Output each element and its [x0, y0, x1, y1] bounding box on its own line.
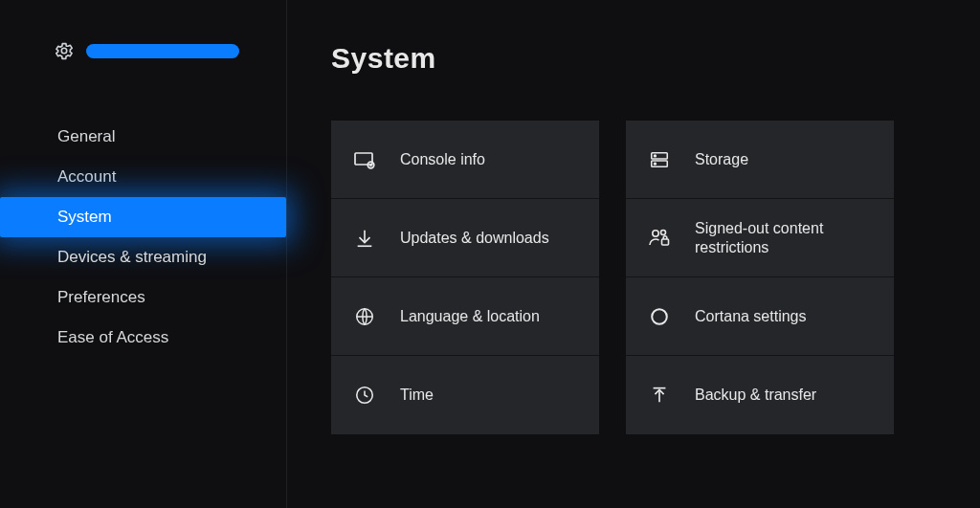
tile-cortana-settings[interactable]: Cortana settings	[626, 277, 894, 356]
main-panel: System Console info	[287, 0, 980, 508]
console-info-icon	[352, 147, 377, 172]
tile-updates-downloads[interactable]: Updates & downloads	[331, 199, 599, 277]
tile-label: Time	[400, 386, 434, 405]
sidebar-item-label: Ease of Access	[57, 328, 168, 347]
sidebar-item-label: Devices & streaming	[57, 248, 207, 267]
gear-icon	[54, 40, 75, 61]
tile-label: Cortana settings	[695, 307, 807, 326]
settings-title-placeholder	[86, 44, 239, 58]
tile-backup-transfer[interactable]: Backup & transfer	[626, 356, 894, 434]
svg-rect-11	[662, 239, 669, 245]
download-icon	[352, 226, 377, 251]
tile-label: Signed-out content restrictions	[695, 219, 858, 257]
sidebar-item-account[interactable]: Account	[0, 157, 286, 197]
svg-point-10	[661, 230, 666, 234]
sidebar-header	[0, 40, 286, 61]
sidebar-item-label: General	[57, 127, 115, 146]
tiles-column-right: Storage Signed-out content restrictions	[626, 121, 894, 434]
sidebar-item-label: System	[57, 208, 112, 227]
storage-icon	[647, 147, 672, 172]
sidebar-item-general[interactable]: General	[0, 117, 286, 157]
globe-icon	[352, 304, 377, 329]
sidebar-nav: General Account System Devices & streami…	[0, 117, 286, 358]
tile-label: Updates & downloads	[400, 229, 549, 248]
tile-label: Backup & transfer	[695, 386, 816, 405]
svg-point-12	[652, 309, 667, 324]
sidebar: General Account System Devices & streami…	[0, 0, 287, 508]
tile-label: Console info	[400, 150, 485, 169]
cortana-icon	[647, 304, 672, 329]
tile-time[interactable]: Time	[331, 356, 599, 434]
app-root: General Account System Devices & streami…	[0, 0, 980, 508]
sidebar-item-devices-streaming[interactable]: Devices & streaming	[0, 237, 286, 277]
tile-storage[interactable]: Storage	[626, 121, 894, 199]
svg-point-0	[61, 48, 67, 54]
svg-point-7	[655, 154, 657, 156]
backup-icon	[647, 383, 672, 408]
tile-language-location[interactable]: Language & location	[331, 277, 599, 356]
tile-console-info[interactable]: Console info	[331, 121, 599, 199]
restrictions-icon	[647, 226, 672, 251]
sidebar-item-label: Preferences	[57, 288, 145, 307]
svg-point-8	[655, 163, 657, 165]
tile-content-restrictions[interactable]: Signed-out content restrictions	[626, 199, 894, 277]
sidebar-item-system[interactable]: System	[0, 197, 286, 237]
sidebar-item-ease-of-access[interactable]: Ease of Access	[0, 318, 286, 358]
svg-point-9	[653, 230, 658, 235]
tiles-grid: Console info Updates & downloads	[331, 121, 942, 434]
page-title: System	[331, 42, 942, 75]
tile-label: Language & location	[400, 307, 540, 326]
sidebar-item-preferences[interactable]: Preferences	[0, 277, 286, 318]
clock-icon	[352, 383, 377, 408]
sidebar-item-label: Account	[57, 167, 116, 187]
tiles-column-left: Console info Updates & downloads	[331, 121, 599, 434]
tile-label: Storage	[695, 150, 748, 169]
